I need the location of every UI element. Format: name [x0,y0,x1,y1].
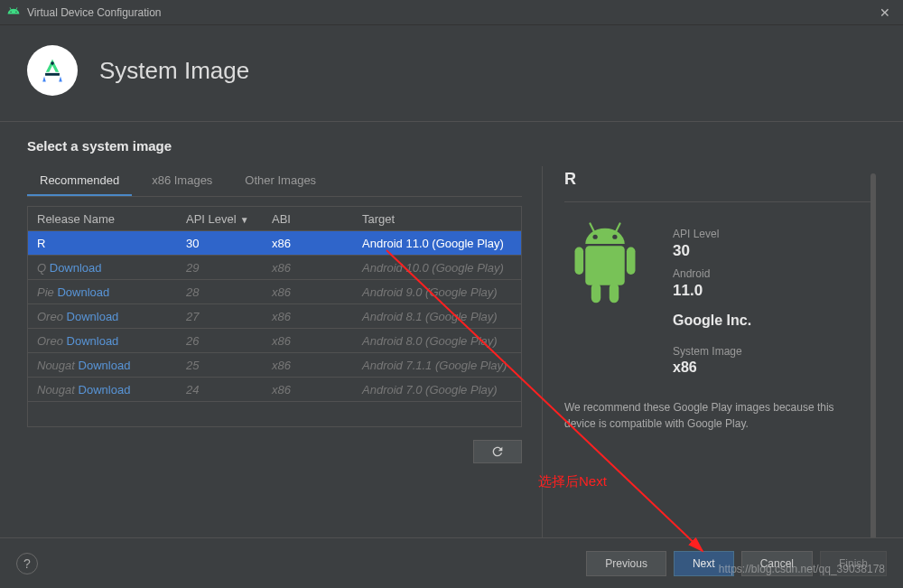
svg-point-2 [593,235,598,239]
cell-api: 29 [177,261,263,275]
system-image-value: x86 [673,359,751,376]
cell-api: 30 [177,237,263,250]
table-header-row: Release Name API Level▼ ABI Target [28,207,521,231]
svg-rect-6 [585,246,624,285]
next-button[interactable]: Next [674,551,734,576]
system-image-table: Release Name API Level▼ ABI Target R30x8… [27,206,522,427]
cell-api: 25 [177,359,263,372]
cell-target: Android 9.0 (Google Play) [353,285,521,299]
cell-api: 27 [177,310,263,323]
detail-note: We recommend these Google Play images be… [564,399,872,432]
api-level-label: API Level [673,228,751,240]
cell-abi: x86 [263,237,353,250]
android-version-value: 11.0 [673,282,751,300]
system-image-label: System Image [673,345,751,358]
tab-x86-images[interactable]: x86 Images [139,166,225,196]
cell-abi: x86 [263,310,353,323]
download-link[interactable]: Download [67,310,119,323]
svg-rect-7 [575,247,584,275]
cell-abi: x86 [263,383,353,397]
cell-abi: x86 [263,285,353,299]
refresh-button[interactable] [473,440,522,463]
cell-release: Oreo Download [28,334,177,348]
android-icon [7,5,20,20]
cell-api: 26 [177,334,263,348]
cell-abi: x86 [263,334,353,348]
col-header-api[interactable]: API Level▼ [177,212,263,226]
cell-release: Nougat Download [28,359,177,372]
cell-release: Nougat Download [28,383,177,397]
table-row[interactable]: Oreo Download26x86Android 8.0 (Google Pl… [28,329,521,353]
cell-release: Q Download [28,261,177,275]
sort-desc-icon: ▼ [240,215,249,225]
previous-button[interactable]: Previous [586,551,666,576]
download-link[interactable]: Download [67,334,119,348]
scrollbar[interactable] [870,173,876,557]
col-header-release[interactable]: Release Name [28,212,177,226]
cell-target: Android 10.0 (Google Play) [353,261,521,275]
table-row[interactable]: Nougat Download24x86Android 7.0 (Google … [28,378,521,402]
cell-abi: x86 [263,261,353,275]
table-row[interactable]: R30x86Android 11.0 (Google Play) [28,231,521,256]
download-link[interactable]: Download [50,261,102,275]
download-link[interactable]: Download [57,285,109,299]
finish-button[interactable]: Finish [820,551,887,576]
cell-api: 28 [177,285,263,299]
svg-rect-10 [610,284,619,303]
header: System Image [0,25,903,122]
svg-line-4 [590,223,593,231]
android-label: Android [673,267,751,280]
svg-point-1 [51,61,54,65]
cell-target: Android 8.1 (Google Play) [353,310,521,323]
tab-other-images[interactable]: Other Images [232,166,329,196]
section-title: Select a system image [27,138,876,154]
cell-api: 24 [177,383,263,397]
svg-rect-9 [591,284,600,303]
svg-rect-8 [627,247,636,275]
detail-info: API Level 30 Android 11.0 Google Inc. Sy… [673,220,751,376]
svg-rect-0 [45,73,60,76]
col-header-target[interactable]: Target [353,212,521,226]
download-link[interactable]: Download [79,359,131,372]
cell-abi: x86 [263,359,353,372]
vendor-value: Google Inc. [673,313,751,329]
detail-panel: R [542,166,876,565]
cell-target: Android 11.0 (Google Play) [353,237,521,250]
titlebar: Virtual Device Configuration ✕ [0,0,903,25]
cell-target: Android 7.1.1 (Google Play) [353,359,521,372]
svg-line-5 [616,223,619,231]
cancel-button[interactable]: Cancel [741,551,813,576]
cell-target: Android 8.0 (Google Play) [353,334,521,348]
table-row[interactable]: Oreo Download27x86Android 8.1 (Google Pl… [28,304,521,329]
tab-recommended[interactable]: Recommended [27,166,132,196]
android-robot-icon [564,220,646,311]
close-icon[interactable]: ✕ [874,5,896,20]
detail-title: R [564,170,872,202]
cell-release: Oreo Download [28,310,177,323]
cell-release: R [28,237,177,250]
table-row[interactable]: Nougat Download25x86Android 7.1.1 (Googl… [28,353,521,378]
api-level-value: 30 [673,242,751,260]
svg-point-3 [612,235,617,239]
footer: ? Previous Next Cancel Finish [0,537,903,588]
refresh-icon [490,444,505,459]
android-studio-logo [27,45,78,96]
col-header-abi[interactable]: ABI [263,212,353,226]
cell-release: Pie Download [28,285,177,299]
tabs: Recommended x86 Images Other Images [27,166,522,197]
window-title: Virtual Device Configuration [27,6,874,19]
cell-target: Android 7.0 (Google Play) [353,383,521,397]
download-link[interactable]: Download [79,383,131,397]
table-row[interactable]: Pie Download28x86Android 9.0 (Google Pla… [28,280,521,304]
help-button[interactable]: ? [16,553,38,574]
page-title: System Image [99,57,249,85]
table-row[interactable]: Q Download29x86Android 10.0 (Google Play… [28,256,521,280]
